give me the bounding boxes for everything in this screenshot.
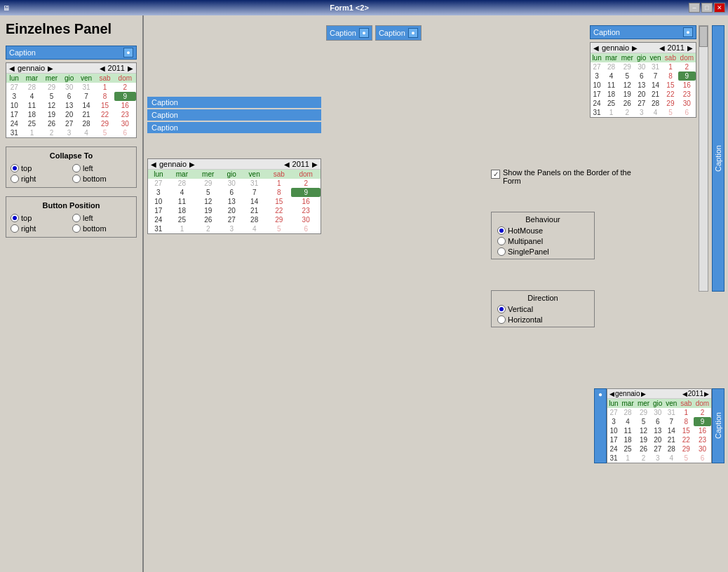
table-row[interactable]: 14 [664, 426, 679, 435]
table-row[interactable]: 6 [291, 224, 321, 233]
table-row[interactable]: 21 [242, 206, 267, 215]
collapse-bottom-option[interactable]: bottom [72, 175, 132, 183]
btnpos-right-option[interactable]: right [11, 224, 70, 233]
table-row[interactable]: 24 [591, 99, 603, 108]
collapse-right-option[interactable]: right [11, 175, 70, 183]
table-row[interactable]: 24 [6, 119, 22, 128]
table-row[interactable]: 3 [221, 224, 242, 233]
table-row[interactable]: 27 [221, 215, 242, 224]
table-row[interactable]: 6 [635, 72, 648, 81]
table-row[interactable]: 1 [267, 179, 291, 188]
br-cal-prev-year-btn[interactable]: ◀ [682, 390, 688, 397]
table-row[interactable]: 4 [169, 188, 195, 197]
center-cal-prev-month-btn[interactable]: ◀ [149, 161, 158, 168]
table-row[interactable]: 9 [114, 92, 136, 101]
table-row[interactable]: 6 [61, 92, 76, 101]
btnpos-bottom-option[interactable]: bottom [72, 224, 132, 233]
table-row[interactable]: 26 [635, 444, 651, 454]
caption-list-item-2[interactable]: Caption [147, 109, 321, 121]
cal-prev-year-btn[interactable]: ◀ [98, 64, 107, 72]
table-row[interactable]: 5 [635, 417, 651, 426]
btnpos-right-radio[interactable] [11, 224, 19, 233]
behaviour-hotmouse-radio[interactable] [497, 226, 506, 235]
table-row[interactable]: 17 [6, 110, 22, 119]
table-row[interactable]: 27 [607, 408, 620, 417]
rt-cal-next-year-btn[interactable]: ▶ [686, 44, 694, 52]
table-row[interactable]: 9 [291, 188, 321, 197]
collapse-right-radio[interactable] [11, 175, 19, 183]
table-row[interactable]: 30 [291, 215, 321, 224]
behaviour-multipanel-option[interactable]: Multipanel [497, 237, 588, 245]
table-row[interactable]: 30 [221, 179, 242, 188]
center-cal-next-month-btn[interactable]: ▶ [188, 161, 196, 168]
table-row[interactable]: 30 [694, 444, 711, 454]
table-row[interactable]: 14 [242, 197, 267, 206]
table-row[interactable]: 31 [6, 128, 22, 137]
table-row[interactable]: 13 [61, 101, 76, 110]
table-row[interactable]: 11 [603, 81, 619, 90]
table-row[interactable]: 25 [603, 99, 619, 108]
table-row[interactable]: 30 [114, 119, 136, 128]
btnpos-bottom-radio[interactable] [72, 224, 81, 233]
table-row[interactable]: 30 [678, 99, 696, 108]
center-cal-prev-year-btn[interactable]: ◀ [283, 161, 291, 168]
table-row[interactable]: 28 [169, 179, 195, 188]
collapse-left-radio[interactable] [72, 164, 81, 172]
collapse-bottom-radio[interactable] [72, 175, 81, 183]
table-row[interactable]: 27 [6, 83, 22, 92]
table-row[interactable]: 10 [607, 426, 620, 435]
table-row[interactable]: 29 [619, 62, 635, 72]
table-row[interactable]: 30 [652, 408, 664, 417]
table-row[interactable]: 29 [663, 99, 678, 108]
table-row[interactable]: 5 [663, 108, 678, 117]
table-row[interactable]: 10 [148, 197, 169, 206]
table-row[interactable]: 5 [619, 72, 635, 81]
table-row[interactable]: 29 [41, 83, 61, 92]
table-row[interactable]: 22 [95, 110, 114, 119]
table-row[interactable]: 8 [267, 188, 291, 197]
table-row[interactable]: 28 [620, 408, 635, 417]
table-row[interactable]: 25 [169, 215, 195, 224]
table-row[interactable]: 23 [114, 110, 136, 119]
table-row[interactable]: 12 [41, 101, 61, 110]
table-row[interactable]: 20 [61, 110, 76, 119]
behaviour-multipanel-radio[interactable] [497, 237, 506, 245]
show-panels-checkbox[interactable] [491, 170, 500, 179]
table-row[interactable]: 29 [679, 444, 694, 454]
table-row[interactable]: 17 [607, 435, 620, 444]
table-row[interactable]: 28 [603, 62, 619, 72]
br-cal-next-year-btn[interactable]: ▶ [703, 390, 710, 397]
table-row[interactable]: 30 [635, 62, 648, 72]
table-row[interactable]: 18 [620, 435, 635, 444]
btnpos-top-radio[interactable] [11, 214, 19, 222]
table-row[interactable]: 1 [169, 224, 195, 233]
table-row[interactable]: 24 [607, 444, 620, 454]
table-row[interactable]: 4 [648, 108, 663, 117]
table-row[interactable]: 5 [267, 224, 291, 233]
table-row[interactable]: 11 [22, 101, 41, 110]
table-row[interactable]: 27 [591, 62, 603, 72]
table-row[interactable]: 2 [619, 108, 635, 117]
direction-vertical-radio[interactable] [497, 305, 506, 313]
table-row[interactable]: 6 [221, 188, 242, 197]
table-row[interactable]: 31 [607, 454, 620, 463]
table-row[interactable]: 17 [148, 206, 169, 215]
table-row[interactable]: 3 [635, 108, 648, 117]
table-row[interactable]: 9 [678, 72, 696, 81]
top-caption-1-btn[interactable]: ● [359, 28, 369, 38]
btnpos-left-radio[interactable] [72, 214, 81, 222]
table-row[interactable]: 28 [22, 83, 41, 92]
table-row[interactable]: 6 [114, 128, 136, 137]
top-caption-2-btn[interactable]: ● [408, 28, 418, 38]
table-row[interactable]: 1 [22, 128, 41, 137]
table-row[interactable]: 1 [603, 108, 619, 117]
table-row[interactable]: 6 [678, 108, 696, 117]
table-row[interactable]: 16 [291, 197, 321, 206]
table-row[interactable]: 27 [61, 119, 76, 128]
collapse-top-radio[interactable] [11, 164, 19, 172]
table-row[interactable]: 1 [95, 83, 114, 92]
table-row[interactable]: 7 [664, 417, 679, 426]
table-row[interactable]: 5 [679, 454, 694, 463]
table-row[interactable]: 20 [221, 206, 242, 215]
direction-horizontal-option[interactable]: Horizontal [497, 315, 588, 324]
